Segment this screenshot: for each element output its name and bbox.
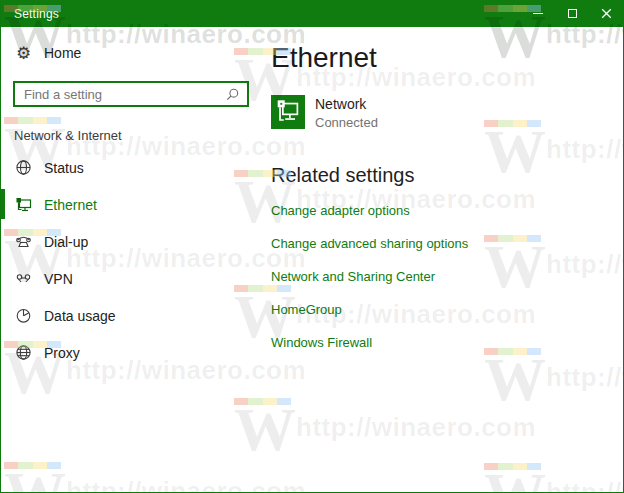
minimize-icon [533, 13, 543, 14]
link-network-and-sharing-center[interactable]: Network and Sharing Center [271, 269, 623, 284]
connection-info: Network Connected [315, 95, 378, 130]
sidebar-item-label: Home [44, 45, 81, 61]
connection-status: Connected [315, 115, 378, 130]
sidebar-section-label: Network & Internet [14, 128, 261, 143]
globe-icon [15, 159, 32, 176]
sidebar-item-label: Data usage [44, 308, 116, 324]
gear-icon: ⚙ [15, 43, 32, 64]
selected-indicator [1, 189, 5, 219]
sidebar-item-label: Dial-up [44, 234, 88, 250]
connection-row[interactable]: Network Connected [271, 95, 623, 130]
search-icon[interactable] [226, 88, 239, 101]
main-pane: Ethernet Network Connected [261, 27, 623, 492]
sidebar-item-proxy[interactable]: Proxy [1, 334, 261, 371]
sidebar-item-dialup[interactable]: Dial-up [1, 223, 261, 260]
sidebar-item-label: Ethernet [44, 197, 97, 213]
connection-name: Network [315, 96, 378, 112]
search-input[interactable] [15, 87, 226, 102]
sidebar: ⚙ Home Network & Internet Status [1, 27, 261, 492]
link-change-adapter-options[interactable]: Change adapter options [271, 203, 623, 218]
network-monitor-icon [271, 95, 305, 129]
link-change-advanced-sharing-options[interactable]: Change advanced sharing options [271, 236, 623, 251]
sidebar-item-vpn[interactable]: VPN [1, 260, 261, 297]
settings-window: Settings ⚙ Home Network & Internet [0, 0, 624, 493]
link-windows-firewall[interactable]: Windows Firewall [271, 335, 623, 350]
window-title: Settings [1, 7, 521, 21]
related-settings-links: Change adapter options Change advanced s… [271, 203, 623, 350]
link-homegroup[interactable]: HomeGroup [271, 302, 623, 317]
pie-chart-icon [15, 307, 32, 324]
sidebar-item-label: VPN [44, 271, 73, 287]
titlebar: Settings [1, 0, 623, 27]
related-settings-title: Related settings [271, 164, 623, 187]
ethernet-icon [15, 196, 32, 213]
vpn-icon [15, 270, 32, 287]
page-title: Ethernet [271, 42, 623, 74]
sidebar-item-data-usage[interactable]: Data usage [1, 297, 261, 334]
sidebar-item-home[interactable]: ⚙ Home [1, 36, 261, 70]
minimize-button[interactable] [521, 0, 555, 27]
close-button[interactable] [589, 0, 623, 27]
content-area: ⚙ Home Network & Internet Status [1, 27, 623, 492]
search-box [13, 81, 249, 107]
phone-icon [15, 233, 32, 250]
close-icon [601, 8, 612, 19]
sidebar-item-status[interactable]: Status [1, 149, 261, 186]
sidebar-item-ethernet[interactable]: Ethernet [1, 186, 261, 223]
maximize-button[interactable] [555, 0, 589, 27]
globe-icon [15, 344, 32, 361]
sidebar-item-label: Status [44, 160, 84, 176]
sidebar-item-label: Proxy [44, 345, 80, 361]
maximize-icon [568, 9, 577, 18]
